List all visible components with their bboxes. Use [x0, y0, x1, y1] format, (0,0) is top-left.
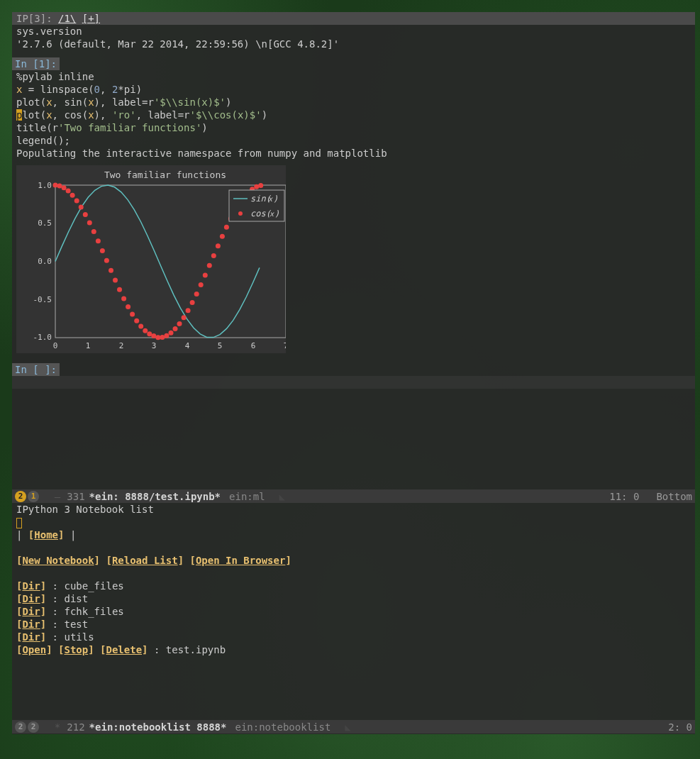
svg-point-20 [79, 205, 84, 210]
delete-button[interactable]: Delete [106, 644, 143, 655]
svg-point-23 [91, 229, 96, 234]
svg-point-28 [113, 278, 118, 283]
cell-prompt-empty: In [ ]: [12, 363, 60, 376]
svg-point-68 [238, 211, 243, 216]
svg-text:-1.0: -1.0 [33, 333, 52, 342]
svg-point-45 [186, 308, 191, 313]
statusbar-bottom: 2 2 * 212 *ein:notebooklist 8888* ein:no… [12, 720, 695, 733]
statusbar-top: 2 1 – 331 *ein: 8888/test.ipynb* ein:ml … [12, 489, 695, 503]
tab-add-button[interactable]: [+] [82, 13, 100, 24]
svg-text:0: 0 [53, 341, 58, 350]
open-button[interactable]: Open [22, 644, 46, 655]
open-in-browser-button[interactable]: Open In Browser [196, 555, 285, 566]
cell-2[interactable]: In [ ]: [12, 363, 695, 389]
svg-point-21 [83, 212, 88, 217]
legend: sin(x) cos(x) [229, 190, 284, 221]
svg-point-37 [151, 333, 156, 338]
svg-point-50 [207, 263, 212, 268]
svg-text:1: 1 [86, 341, 91, 350]
badge-2b: 2 [28, 721, 39, 733]
svg-point-43 [177, 321, 182, 326]
svg-point-39 [160, 335, 165, 340]
home-link[interactable]: Home [34, 529, 58, 541]
svg-point-24 [96, 238, 101, 243]
svg-point-16 [62, 185, 67, 190]
svg-text:3: 3 [152, 341, 157, 350]
svg-text:7: 7 [284, 341, 286, 350]
svg-point-35 [143, 328, 148, 333]
sb-line-count-b: 212 [67, 721, 84, 733]
svg-text:cos(: cos( [250, 209, 272, 218]
svg-text:5: 5 [218, 341, 223, 350]
svg-text:-0.5: -0.5 [33, 295, 52, 304]
plot-svg: Two familiar functions 1.0 0.5 0.0 -0.5 … [16, 165, 286, 353]
svg-point-44 [182, 315, 187, 320]
new-notebook-button[interactable]: New Notebook [22, 555, 94, 566]
svg-point-52 [216, 243, 221, 248]
chart-title: Two familiar functions [104, 170, 226, 180]
svg-point-61 [254, 184, 259, 189]
svg-point-40 [164, 333, 169, 338]
cell-1[interactable]: In [1]: %pylab inline x = linspace(0, 2*… [12, 57, 695, 353]
buffer-name: *ein: 8888/test.ipynb* [89, 491, 221, 502]
scroll-pos: Bottom [656, 491, 692, 502]
svg-point-62 [258, 183, 263, 188]
cursor-indicator [16, 518, 22, 528]
svg-point-48 [199, 282, 204, 287]
tab-active[interactable]: /1\ [58, 13, 76, 24]
buffer-mode: ein:ml [229, 491, 265, 502]
svg-text:x: x [268, 195, 273, 203]
badge-num-1: 2 [15, 491, 26, 502]
svg-point-51 [211, 253, 216, 258]
svg-point-33 [134, 318, 139, 323]
svg-text:6: 6 [251, 341, 256, 350]
editor-pane-bottom[interactable]: IPython 3 Notebook list | [Home] | [New … [12, 503, 695, 734]
list-item[interactable]: [Dir] : dist [16, 592, 691, 605]
list-item[interactable]: [Dir] : utils [16, 631, 691, 643]
svg-point-17 [66, 189, 71, 194]
cell-prompt: In [1]: [12, 57, 60, 70]
badge-num-2: 1 [28, 491, 39, 502]
nblist-title: IPython 3 Notebook list [16, 503, 691, 516]
editor-pane-top[interactable]: IP[3]: /1\ [+] sys.version '2.7.6 (defau… [12, 12, 695, 489]
notebook-file: test.ipynb [166, 644, 226, 655]
reload-list-button[interactable]: Reload List [112, 555, 178, 566]
stop-button[interactable]: Stop [64, 644, 88, 655]
chart-output: Two familiar functions 1.0 0.5 0.0 -0.5 … [16, 165, 286, 353]
sb-line-count: 331 [67, 491, 84, 502]
buffer-mode-b: ein:notebooklist [235, 721, 330, 733]
list-item[interactable]: [Dir] : cube_files [16, 580, 691, 592]
svg-point-25 [100, 248, 105, 253]
svg-point-14 [53, 183, 58, 188]
empty-cell-body[interactable] [12, 376, 695, 389]
list-item[interactable]: [Dir] : test [16, 618, 691, 631]
svg-text:x: x [270, 210, 274, 218]
svg-point-34 [138, 324, 143, 329]
svg-point-29 [117, 287, 122, 292]
svg-point-15 [57, 183, 62, 188]
svg-text:0.0: 0.0 [38, 257, 52, 266]
svg-text:): ) [274, 209, 279, 218]
svg-point-46 [190, 300, 195, 305]
svg-point-32 [130, 312, 135, 317]
list-item[interactable]: [Dir] : fchk_files [16, 605, 691, 618]
svg-point-30 [121, 296, 126, 301]
buffer-name-b: *ein:notebooklist 8888* [89, 721, 227, 733]
svg-text:): ) [273, 194, 278, 204]
svg-point-54 [224, 225, 229, 230]
svg-point-38 [155, 335, 160, 340]
cell-output-text: Populating the interactive namespace fro… [12, 147, 695, 160]
svg-text:2: 2 [119, 341, 124, 350]
cell-code[interactable]: %pylab inline x = linspace(0, 2*pi) plot… [12, 70, 695, 147]
svg-point-27 [109, 268, 113, 273]
x-ticks: 0 1 2 3 4 5 6 7 [53, 341, 286, 350]
svg-text:0.5: 0.5 [38, 218, 52, 228]
y-ticks: 1.0 0.5 0.0 -0.5 -1.0 [33, 181, 52, 342]
svg-point-31 [126, 304, 130, 309]
svg-point-42 [173, 326, 178, 331]
output-sys-version: sys.version '2.7.6 (default, Mar 22 2014… [12, 25, 695, 50]
svg-point-47 [194, 292, 199, 297]
svg-point-53 [220, 234, 225, 239]
cursor-pos: 11: 0 [609, 491, 639, 502]
svg-point-36 [147, 331, 152, 336]
